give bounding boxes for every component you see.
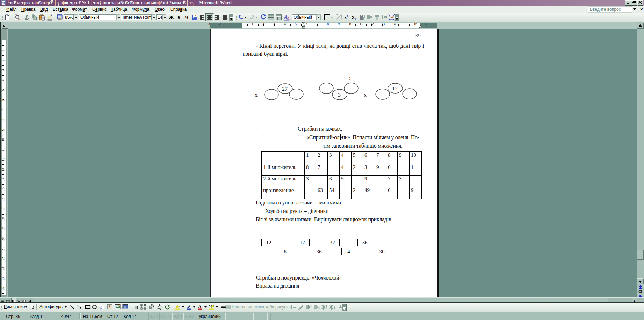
svg-text:12: 12 — [392, 85, 398, 91]
svg-text:3: 3 — [338, 92, 341, 98]
svg-text:А: А — [287, 16, 290, 21]
svg-text:А: А — [198, 304, 202, 309]
svg-text:W: W — [2, 1, 6, 5]
svg-text:27: 27 — [282, 86, 288, 92]
